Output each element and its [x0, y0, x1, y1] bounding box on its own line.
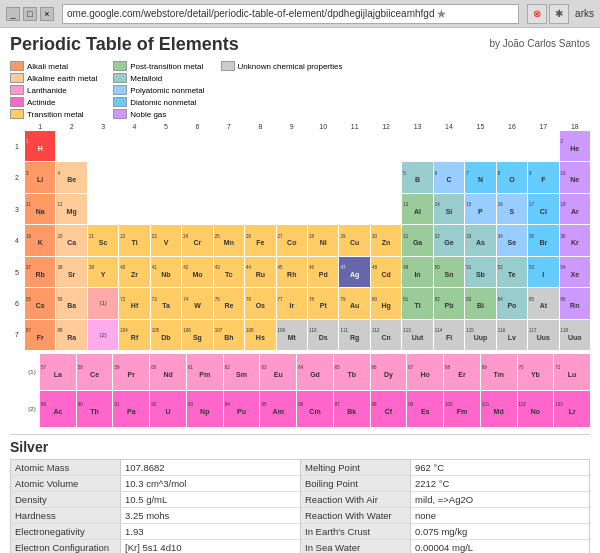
element-Pu[interactable]: 94Pu	[224, 391, 260, 427]
element-Ho[interactable]: 67Ho	[407, 354, 443, 390]
element-Ru[interactable]: 44Ru	[245, 257, 275, 287]
element-Pd[interactable]: 46Pd	[308, 257, 338, 287]
close-button[interactable]: ×	[40, 7, 54, 21]
element-W[interactable]: 74W	[182, 288, 212, 318]
element-La[interactable]: 57La	[40, 354, 76, 390]
element-Sn[interactable]: 50Sn	[434, 257, 464, 287]
element-N[interactable]: 7N	[465, 162, 495, 192]
bookmark-star-icon[interactable]: ★	[436, 7, 447, 21]
element-Np[interactable]: 93Np	[187, 391, 223, 427]
element-Cs[interactable]: 55Cs	[25, 288, 55, 318]
element-Uut[interactable]: 113Uut	[402, 320, 432, 350]
element-H[interactable]: 1H	[25, 131, 55, 161]
element-Pb[interactable]: 82Pb	[434, 288, 464, 318]
element-Rh[interactable]: 45Rh	[277, 257, 307, 287]
maximize-button[interactable]: □	[23, 7, 37, 21]
element-Cu[interactable]: 29Cu	[339, 225, 369, 255]
element-Md[interactable]: 101Md	[481, 391, 517, 427]
element-Sg[interactable]: 106Sg	[182, 320, 212, 350]
element-Db[interactable]: 105Db	[151, 320, 181, 350]
element-Xe[interactable]: 54Xe	[560, 257, 590, 287]
element-Tc[interactable]: 43Tc	[214, 257, 244, 287]
element-At[interactable]: 85At	[528, 288, 558, 318]
element-Tb[interactable]: 65Tb	[334, 354, 370, 390]
element-Uus[interactable]: 117Uus	[528, 320, 558, 350]
element-Na[interactable]: 11Na	[25, 194, 55, 224]
element-In[interactable]: 49In	[402, 257, 432, 287]
element-Co[interactable]: 27Co	[277, 225, 307, 255]
element-Po[interactable]: 84Po	[497, 288, 527, 318]
element-Fl[interactable]: 114Fl	[434, 320, 464, 350]
element-Sr[interactable]: 38Sr	[56, 257, 86, 287]
element-Ir[interactable]: 77Ir	[277, 288, 307, 318]
element-Yb[interactable]: 70Yb	[518, 354, 554, 390]
element-Fr[interactable]: 87Fr	[25, 320, 55, 350]
element-Ne[interactable]: 10Ne	[560, 162, 590, 192]
address-bar[interactable]: ome.google.com/webstore/detail/periodic-…	[62, 4, 519, 24]
element-Lr[interactable]: 103Lr	[554, 391, 590, 427]
element-Mt[interactable]: 109Mt	[277, 320, 307, 350]
element-Be[interactable]: 4Be	[56, 162, 86, 192]
element-Ar[interactable]: 18Ar	[560, 194, 590, 224]
element-I[interactable]: 53I	[528, 257, 558, 287]
element-Nd[interactable]: 60Nd	[150, 354, 186, 390]
element-Ba[interactable]: 56Ba	[56, 288, 86, 318]
element-Tl[interactable]: 81Tl	[402, 288, 432, 318]
element-S[interactable]: 16S	[497, 194, 527, 224]
element-Os[interactable]: 76Os	[245, 288, 275, 318]
element-Dy[interactable]: 66Dy	[371, 354, 407, 390]
element-No[interactable]: 102No	[518, 391, 554, 427]
element-Si[interactable]: 14Si	[434, 194, 464, 224]
element-Rb[interactable]: 37Rb	[25, 257, 55, 287]
element-Re[interactable]: 75Re	[214, 288, 244, 318]
element-Cn[interactable]: 112Cn	[371, 320, 401, 350]
element-Mn[interactable]: 25Mn	[214, 225, 244, 255]
element-As[interactable]: 33As	[465, 225, 495, 255]
element-Ac-ref[interactable]: (2)	[88, 320, 118, 350]
element-Sm[interactable]: 62Sm	[224, 354, 260, 390]
element-Ag[interactable]: 47Ag	[339, 257, 369, 287]
element-O[interactable]: 8O	[497, 162, 527, 192]
plugin-button[interactable]: ✱	[549, 4, 569, 24]
element-B[interactable]: 5B	[402, 162, 432, 192]
element-Zn[interactable]: 30Zn	[371, 225, 401, 255]
element-Au[interactable]: 79Au	[339, 288, 369, 318]
element-Pm[interactable]: 61Pm	[187, 354, 223, 390]
element-Uup[interactable]: 115Uup	[465, 320, 495, 350]
element-Pa[interactable]: 91Pa	[113, 391, 149, 427]
stop-button[interactable]: ⊗	[527, 4, 547, 24]
element-Sb[interactable]: 51Sb	[465, 257, 495, 287]
element-Lv[interactable]: 116Lv	[497, 320, 527, 350]
element-Ge[interactable]: 32Ge	[434, 225, 464, 255]
element-Ta[interactable]: 73Ta	[151, 288, 181, 318]
element-Te[interactable]: 52Te	[497, 257, 527, 287]
element-Fm[interactable]: 100Fm	[444, 391, 480, 427]
element-Zr[interactable]: 40Zr	[119, 257, 149, 287]
element-Pt[interactable]: 78Pt	[308, 288, 338, 318]
element-Hf[interactable]: 72Hf	[119, 288, 149, 318]
element-Cf[interactable]: 98Cf	[371, 391, 407, 427]
element-C[interactable]: 6C	[434, 162, 464, 192]
element-Bh[interactable]: 107Bh	[214, 320, 244, 350]
element-Se[interactable]: 34Se	[497, 225, 527, 255]
element-Uuo[interactable]: 118Uuo	[560, 320, 590, 350]
element-Bk[interactable]: 97Bk	[334, 391, 370, 427]
element-Tm[interactable]: 69Tm	[481, 354, 517, 390]
element-Th[interactable]: 90Th	[77, 391, 113, 427]
element-Ra[interactable]: 88Ra	[56, 320, 86, 350]
element-Fe[interactable]: 26Fe	[245, 225, 275, 255]
element-Eu[interactable]: 63Eu	[260, 354, 296, 390]
element-Rg[interactable]: 111Rg	[339, 320, 369, 350]
element-Cr[interactable]: 24Cr	[182, 225, 212, 255]
element-Bi[interactable]: 83Bi	[465, 288, 495, 318]
element-Pr[interactable]: 59Pr	[113, 354, 149, 390]
element-Mo[interactable]: 42Mo	[182, 257, 212, 287]
element-Ni[interactable]: 28Ni	[308, 225, 338, 255]
element-Ga[interactable]: 31Ga	[402, 225, 432, 255]
element-Cl[interactable]: 17Cl	[528, 194, 558, 224]
element-Am[interactable]: 95Am	[260, 391, 296, 427]
element-Br[interactable]: 35Br	[528, 225, 558, 255]
element-Rf[interactable]: 104Rf	[119, 320, 149, 350]
element-Er[interactable]: 68Er	[444, 354, 480, 390]
element-Hg[interactable]: 80Hg	[371, 288, 401, 318]
